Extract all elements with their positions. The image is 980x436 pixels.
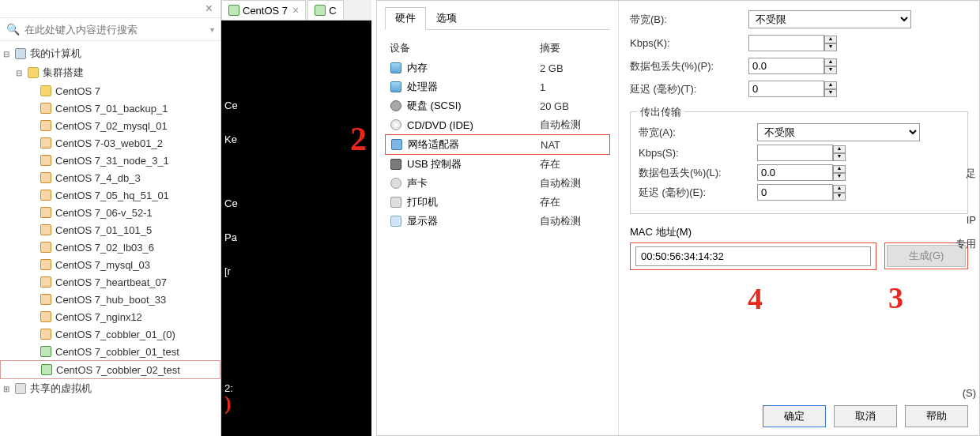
collapse-icon[interactable]: ⊟	[14, 69, 24, 77]
device-row-sound[interactable]: 声卡自动检测	[385, 174, 610, 193]
kbps-s-input[interactable]	[757, 145, 833, 161]
device-row-usb[interactable]: USB 控制器存在	[385, 155, 610, 174]
chevron-up-icon[interactable]: ▲	[833, 165, 846, 173]
search-bar[interactable]: 🔍 ▾	[0, 18, 220, 41]
chevron-up-icon[interactable]: ▲	[824, 58, 837, 66]
chevron-up-icon[interactable]: ▲	[833, 145, 846, 153]
tree-vm[interactable]: CentOS 7	[0, 82, 220, 100]
loss-l-input[interactable]	[757, 164, 833, 181]
tree-vm[interactable]: CentOS 7_02_mysql_01	[0, 117, 220, 134]
tree-vm[interactable]: CentOS 7_cobbler_01_(0)	[0, 325, 220, 343]
tree-label: 共享的虚拟机	[30, 382, 92, 396]
spinner[interactable]: ▲▼	[833, 165, 846, 181]
bandwidth-b-select[interactable]: 不受限	[748, 10, 911, 28]
spinner[interactable]: ▲▼	[833, 185, 846, 201]
tree-vm[interactable]: CentOS 7_heartbeat_07	[0, 273, 220, 291]
cancel-button[interactable]: 取消	[834, 405, 897, 427]
cpu-icon	[390, 81, 402, 93]
field-label: 延迟 (毫秒)(E):	[639, 186, 757, 200]
vm-tab[interactable]: C	[307, 0, 343, 20]
field-label: 数据包丢失(%)(L):	[639, 166, 757, 180]
chevron-down-icon[interactable]: ▼	[824, 43, 837, 51]
tree-label: CentOS 7_31_node_3_1	[55, 155, 169, 167]
chevron-down-icon[interactable]: ▼	[824, 89, 837, 97]
printer-icon	[390, 196, 402, 209]
tree-vm[interactable]: CentOS 7_31_node_3_1	[0, 152, 220, 169]
chevron-down-icon[interactable]: ▼	[833, 193, 846, 201]
chevron-down-icon[interactable]: ▼	[833, 153, 846, 161]
bandwidth-a-select[interactable]: 不受限	[757, 123, 920, 141]
spinner[interactable]: ▲▼	[824, 58, 837, 74]
chevron-down-icon[interactable]: ▼	[824, 66, 837, 74]
field-latency-e: 延迟 (毫秒)(E): ▲▼	[639, 184, 959, 201]
tree-vm-selected[interactable]: CentOS 7_cobbler_02_test	[0, 360, 220, 379]
tree-vm[interactable]: CentOS 7_hub_boot_33	[0, 291, 220, 308]
vm-on-icon	[40, 363, 53, 376]
tree-shared[interactable]: ⊞共享的虚拟机	[0, 379, 220, 398]
tree-vm[interactable]: CentOS 7_nginx12	[0, 308, 220, 325]
latency-e-input[interactable]	[757, 184, 833, 201]
tree-folder[interactable]: ⊟ 集群搭建	[0, 63, 220, 82]
spinner[interactable]: ▲▼	[824, 36, 837, 51]
expand-icon[interactable]: ⊞	[2, 385, 11, 393]
tree-vm[interactable]: CentOS 7_mysql_03	[0, 256, 220, 273]
tree-vm[interactable]: CentOS 7_4_db_3	[0, 169, 220, 186]
vm-console-area: CentOS 7 × C Ce Ke Ce Pa [r 2: [r PI 64 …	[221, 0, 371, 436]
chevron-up-icon[interactable]: ▲	[824, 81, 837, 89]
device-value: 存在	[540, 157, 605, 171]
collapse-icon[interactable]: ⊟	[2, 50, 11, 58]
kbps-k-input[interactable]	[748, 35, 824, 51]
computer-icon	[14, 47, 27, 60]
ok-button[interactable]: 确定	[763, 405, 826, 427]
chevron-down-icon[interactable]: ▼	[833, 173, 846, 181]
vm-on-icon	[228, 5, 239, 16]
device-row-cdrom[interactable]: CD/DVD (IDE)自动检测	[385, 115, 610, 134]
cd-icon	[390, 118, 402, 131]
tree-vm[interactable]: CentOS 7_06-v_52-1	[0, 204, 220, 221]
mac-input[interactable]	[635, 246, 871, 266]
tab-label: C	[329, 5, 336, 17]
vm-off-icon	[40, 258, 52, 271]
tree-vm[interactable]: CentOS 7_05_hq_51_01	[0, 186, 220, 204]
dialog-buttons: 确定 取消 帮助	[630, 399, 968, 429]
vm-console[interactable]: Ce Ke Ce Pa [r 2: [r PI 64 64 64 ^C --- …	[221, 21, 371, 436]
help-button[interactable]: 帮助	[905, 405, 968, 427]
tab-options[interactable]: 选项	[426, 7, 467, 29]
device-row-disk[interactable]: 硬盘 (SCSI)20 GB	[385, 96, 610, 115]
chevron-up-icon[interactable]: ▲	[833, 185, 846, 193]
spinner[interactable]: ▲▼	[824, 81, 837, 97]
close-icon[interactable]: ×	[202, 2, 216, 16]
chevron-down-icon[interactable]: ▾	[210, 25, 214, 34]
usb-icon	[390, 158, 402, 171]
console-line: Ke	[224, 133, 368, 147]
close-icon[interactable]: ×	[292, 4, 299, 17]
console-line: Ce	[224, 100, 368, 113]
chevron-up-icon[interactable]: ▲	[824, 36, 837, 43]
tree-vm[interactable]: CentOS 7-03_web01_2	[0, 134, 220, 152]
tree-vm[interactable]: CentOS 7_01_backup_1	[0, 100, 220, 117]
tab-hardware[interactable]: 硬件	[385, 7, 426, 30]
device-row-network[interactable]: 网络适配器NAT	[385, 134, 610, 155]
spinner[interactable]: ▲▼	[833, 145, 846, 161]
device-value: 20 GB	[540, 100, 605, 112]
dialog-device-list: 硬件 选项 设备 摘要 内存2 GB 处理器1 硬盘 (SCSI)20 GB C…	[377, 1, 619, 435]
vm-tab[interactable]: CentOS 7 ×	[221, 0, 306, 20]
tree-vm[interactable]: CentOS 7_02_lb03_6	[0, 239, 220, 256]
tree-label: CentOS 7_02_mysql_01	[55, 120, 168, 132]
mac-section: MAC 地址(M) 生成(G)	[630, 225, 968, 270]
device-value: 自动检测	[540, 214, 605, 228]
device-row-memory[interactable]: 内存2 GB	[385, 58, 610, 77]
device-row-printer[interactable]: 打印机存在	[385, 193, 610, 212]
tree-vm[interactable]: CentOS 7_cobbler_01_test	[0, 343, 220, 360]
device-row-cpu[interactable]: 处理器1	[385, 77, 610, 96]
vm-off-icon	[40, 276, 52, 288]
tree-root[interactable]: ⊟ 我的计算机	[0, 44, 220, 63]
loss-p-input[interactable]	[748, 58, 824, 74]
device-row-display[interactable]: 显示器自动检测	[385, 212, 610, 231]
search-input[interactable]	[24, 24, 207, 36]
vm-off-icon	[40, 328, 52, 340]
field-loss-l: 数据包丢失(%)(L): ▲▼	[639, 164, 959, 181]
device-name: 硬盘 (SCSI)	[407, 99, 540, 113]
latency-t-input[interactable]	[748, 81, 824, 97]
tree-vm[interactable]: CentOS 7_01_101_5	[0, 221, 220, 239]
